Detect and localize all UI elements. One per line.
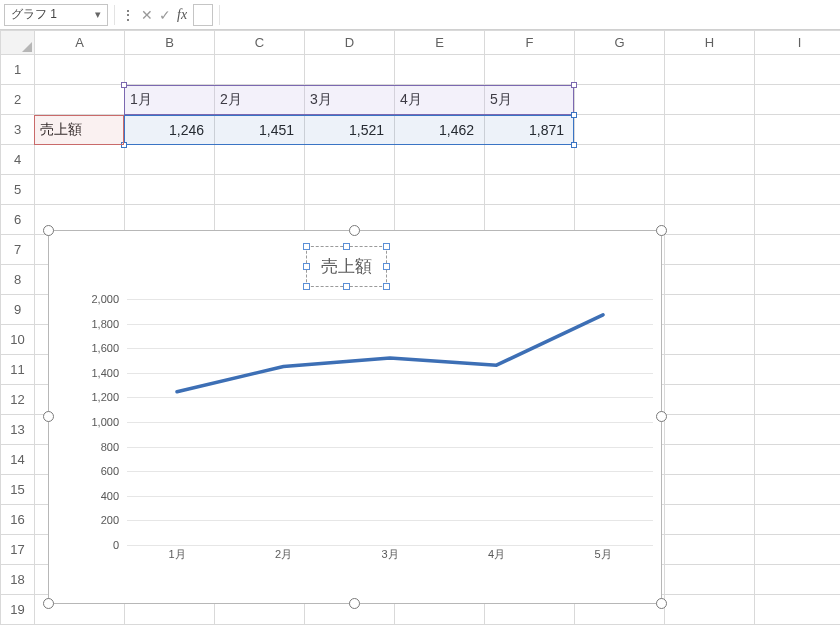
cell[interactable] xyxy=(665,295,755,325)
cell[interactable]: 1月 xyxy=(125,85,215,115)
cell[interactable] xyxy=(755,295,841,325)
row-header[interactable]: 2 xyxy=(1,85,35,115)
row-header[interactable]: 1 xyxy=(1,55,35,85)
cell[interactable] xyxy=(665,85,755,115)
cell[interactable] xyxy=(755,145,841,175)
cell[interactable] xyxy=(755,565,841,595)
row-header[interactable]: 11 xyxy=(1,355,35,385)
row-header[interactable]: 15 xyxy=(1,475,35,505)
select-all-corner[interactable] xyxy=(1,31,35,55)
chart-object[interactable]: 売上額 02004006008001,0001,2001,4001,6001,8… xyxy=(48,230,662,604)
row-header[interactable]: 14 xyxy=(1,445,35,475)
resize-handle[interactable] xyxy=(43,225,54,236)
cell[interactable]: 1,451 xyxy=(215,115,305,145)
cell[interactable] xyxy=(305,145,395,175)
cell[interactable] xyxy=(35,85,125,115)
cell[interactable] xyxy=(665,595,755,625)
cell[interactable] xyxy=(575,115,665,145)
cell[interactable] xyxy=(125,145,215,175)
cell[interactable] xyxy=(35,175,125,205)
chart-title[interactable]: 売上額 xyxy=(306,246,387,287)
cell[interactable] xyxy=(755,595,841,625)
cell[interactable] xyxy=(305,175,395,205)
cell[interactable] xyxy=(215,55,305,85)
cell[interactable]: 1,246 xyxy=(125,115,215,145)
resize-handle[interactable] xyxy=(656,598,667,609)
row-header[interactable]: 12 xyxy=(1,385,35,415)
cell[interactable] xyxy=(665,145,755,175)
menu-dots-icon[interactable]: ⋮ xyxy=(121,7,135,23)
cancel-icon[interactable]: ✕ xyxy=(141,7,153,23)
cell[interactable] xyxy=(665,115,755,145)
col-header[interactable]: C xyxy=(215,31,305,55)
cell[interactable] xyxy=(485,145,575,175)
cell[interactable] xyxy=(215,175,305,205)
fx-icon[interactable]: fx xyxy=(177,7,187,23)
cell[interactable] xyxy=(305,55,395,85)
cell[interactable]: 3月 xyxy=(305,85,395,115)
cell[interactable] xyxy=(575,55,665,85)
cell[interactable] xyxy=(755,115,841,145)
cell[interactable] xyxy=(755,55,841,85)
formula-input[interactable] xyxy=(193,4,213,26)
cell[interactable] xyxy=(665,325,755,355)
cell[interactable] xyxy=(755,355,841,385)
cell[interactable] xyxy=(755,505,841,535)
row-header[interactable]: 7 xyxy=(1,235,35,265)
row-header[interactable]: 19 xyxy=(1,595,35,625)
cell[interactable] xyxy=(665,445,755,475)
name-box[interactable]: グラフ 1 ▾ xyxy=(4,4,108,26)
row-header[interactable]: 8 xyxy=(1,265,35,295)
resize-handle[interactable] xyxy=(656,411,667,422)
cell[interactable] xyxy=(125,55,215,85)
cell[interactable] xyxy=(755,205,841,235)
cell[interactable] xyxy=(35,145,125,175)
cell[interactable]: 1,871 xyxy=(485,115,575,145)
cell[interactable] xyxy=(665,475,755,505)
resize-handle[interactable] xyxy=(656,225,667,236)
worksheet[interactable]: A B C D E F G H I 121月2月3月4月5月3売上額1,2461… xyxy=(0,30,840,625)
cell[interactable] xyxy=(125,175,215,205)
cell[interactable] xyxy=(665,565,755,595)
cell[interactable]: 2月 xyxy=(215,85,305,115)
row-header[interactable]: 16 xyxy=(1,505,35,535)
cell[interactable]: 5月 xyxy=(485,85,575,115)
cell[interactable] xyxy=(665,235,755,265)
row-header[interactable]: 10 xyxy=(1,325,35,355)
row-header[interactable]: 5 xyxy=(1,175,35,205)
col-header[interactable]: E xyxy=(395,31,485,55)
cell[interactable] xyxy=(35,55,125,85)
row-header[interactable]: 6 xyxy=(1,205,35,235)
enter-icon[interactable]: ✓ xyxy=(159,7,171,23)
cell[interactable] xyxy=(665,415,755,445)
chevron-down-icon[interactable]: ▾ xyxy=(95,8,101,21)
cell[interactable] xyxy=(755,385,841,415)
cell[interactable] xyxy=(395,145,485,175)
cell[interactable] xyxy=(665,265,755,295)
cell[interactable] xyxy=(485,55,575,85)
cell[interactable] xyxy=(755,535,841,565)
resize-handle[interactable] xyxy=(43,598,54,609)
cell[interactable] xyxy=(575,85,665,115)
col-header[interactable]: I xyxy=(755,31,841,55)
row-header[interactable]: 18 xyxy=(1,565,35,595)
cell[interactable] xyxy=(755,265,841,295)
cell[interactable] xyxy=(665,205,755,235)
cell[interactable]: 1,462 xyxy=(395,115,485,145)
resize-handle[interactable] xyxy=(349,598,360,609)
row-header[interactable]: 13 xyxy=(1,415,35,445)
cell[interactable] xyxy=(485,175,575,205)
cell[interactable] xyxy=(395,175,485,205)
cell[interactable] xyxy=(755,445,841,475)
cell[interactable] xyxy=(755,325,841,355)
row-header[interactable]: 9 xyxy=(1,295,35,325)
resize-handle[interactable] xyxy=(43,411,54,422)
col-header[interactable]: H xyxy=(665,31,755,55)
cell[interactable] xyxy=(575,175,665,205)
cell[interactable] xyxy=(755,475,841,505)
row-header[interactable]: 3 xyxy=(1,115,35,145)
cell[interactable] xyxy=(665,535,755,565)
col-header[interactable]: G xyxy=(575,31,665,55)
cell[interactable] xyxy=(755,85,841,115)
resize-handle[interactable] xyxy=(349,225,360,236)
